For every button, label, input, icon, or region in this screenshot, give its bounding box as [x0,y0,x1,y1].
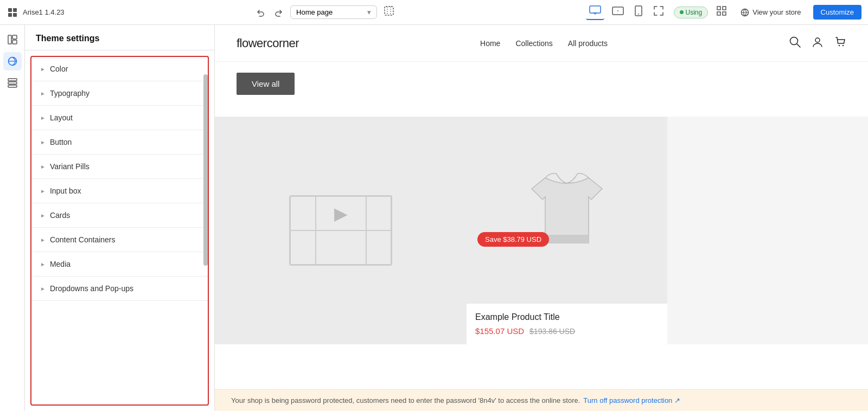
video-cell-bm [316,230,366,265]
status-badge: Using [674,7,709,18]
svg-rect-24 [8,82,17,84]
tshirt-illustration [467,117,667,304]
svg-rect-25 [8,85,17,87]
svg-rect-16 [717,12,720,15]
chevron-right-icon: ► [40,188,46,194]
palette-sidebar-button[interactable] [3,52,22,70]
chevron-right-icon: ► [40,164,46,170]
sections-sidebar-button[interactable] [3,74,22,92]
device-icons [586,4,667,20]
video-cell-tl [290,196,316,230]
svg-point-29 [839,45,840,46]
undo-redo-group [253,6,286,19]
chevron-down-icon: ▾ [367,8,371,16]
chevron-right-icon: ► [40,139,46,145]
theme-settings-panel: Theme settings ►Color►Typography►Layout►… [25,25,215,411]
svg-rect-19 [8,35,11,44]
svg-line-27 [797,44,800,47]
nav-all-products[interactable]: All products [568,39,608,48]
grid-button[interactable] [714,4,729,21]
settings-item-label: Layout [50,113,73,122]
settings-item-input-box[interactable]: ►Input box [31,179,208,203]
store-nav: Home Collections All products [480,39,608,48]
save-badge: Save $38.79 USD [477,232,549,247]
store-header-icons [789,36,846,50]
page-selector-label: Home page [296,8,333,16]
topbar-center: Home page ▾ [253,3,397,21]
external-link-icon: ↗ [674,396,680,404]
video-cell-bl [290,230,316,265]
app-title: Arise1 1.4.23 [23,8,65,16]
svg-rect-15 [723,7,726,10]
settings-item-color[interactable]: ►Color [31,57,208,81]
chevron-right-icon: ► [40,91,46,97]
settings-item-label: Content Containers [50,235,116,244]
store-preview: flowercorner Home Collections All produc… [215,25,868,389]
video-cell-br [366,230,392,265]
product-placeholder-extra [667,117,868,344]
password-link-text: Turn off password protection [583,396,672,404]
store-logo: flowercorner [237,36,299,50]
settings-list-border: ►Color►Typography►Layout►Button►Variant … [30,56,209,406]
view-all-button[interactable]: View all [237,73,295,95]
product-price-new: $155.07 USD [475,326,524,336]
customize-button[interactable]: Customize [813,5,861,20]
video-play-cell: ▶ [316,196,366,230]
scrollbar-thumb[interactable] [203,74,208,266]
tablet-portrait-device-button[interactable] [631,4,646,20]
settings-item-dropdowns[interactable]: ►Dropdowns and Pop-ups [31,277,208,301]
settings-item-label: Variant Pills [50,162,90,171]
settings-item-media[interactable]: ►Media [31,252,208,277]
redo-button[interactable] [271,6,286,19]
svg-point-13 [638,14,639,15]
turn-off-password-link[interactable]: Turn off password protection ↗ [583,396,680,404]
topbar: Arise1 1.4.23 Home page ▾ [0,0,868,25]
panels-sidebar-button[interactable] [3,30,22,49]
desktop-device-button[interactable] [586,4,604,20]
settings-list-wrapper: ►Color►Typography►Layout►Button►Variant … [25,50,214,411]
settings-item-content-containers[interactable]: ►Content Containers [31,228,208,252]
svg-rect-31 [545,235,589,243]
page-selector[interactable]: Home page ▾ [290,5,377,19]
view-store-button[interactable]: View your store [735,6,806,19]
chevron-right-icon: ► [40,115,46,121]
settings-item-label: Media [50,260,71,268]
tablet-landscape-device-button[interactable] [609,5,627,19]
svg-rect-3 [13,13,17,17]
settings-item-label: Typography [50,89,90,98]
store-main: View all [215,73,868,117]
video-frame: ▶ [289,195,392,266]
video-placeholder: ▶ [289,195,392,266]
theme-settings-title: Theme settings [25,25,214,50]
search-icon[interactable] [789,36,801,50]
settings-item-typography[interactable]: ►Typography [31,81,208,106]
store-header: flowercorner Home Collections All produc… [215,25,868,62]
app-icon [7,7,18,18]
nav-home[interactable]: Home [480,39,500,48]
settings-item-button[interactable]: ►Button [31,130,208,155]
svg-point-11 [617,10,618,11]
cart-icon[interactable] [834,36,846,50]
undo-button[interactable] [253,6,269,19]
account-icon[interactable] [812,36,824,50]
settings-list: ►Color►Typography►Layout►Button►Variant … [31,57,208,404]
settings-item-cards[interactable]: ►Cards [31,203,208,228]
product-card: Save $38.79 USD Example Product Title $1… [467,117,667,344]
chevron-right-icon: ► [40,213,46,219]
marquee-tool-button[interactable] [381,3,397,21]
svg-rect-23 [8,79,17,81]
product-placeholder-large: ▶ [215,117,467,344]
chevron-right-icon: ► [40,66,46,72]
svg-rect-7 [590,6,601,13]
svg-point-30 [843,45,844,46]
settings-item-layout[interactable]: ►Layout [31,106,208,130]
settings-item-variant-pills[interactable]: ►Variant Pills [31,155,208,179]
svg-rect-1 [13,8,17,12]
fullscreen-device-button[interactable] [650,4,667,20]
nav-collections[interactable]: Collections [515,39,552,48]
main-layout: Theme settings ►Color►Typography►Layout►… [0,25,868,411]
settings-item-label: Dropdowns and Pop-ups [50,284,133,293]
settings-item-label: Button [50,138,72,146]
view-store-label: View your store [752,8,801,16]
settings-item-label: Input box [50,187,81,195]
